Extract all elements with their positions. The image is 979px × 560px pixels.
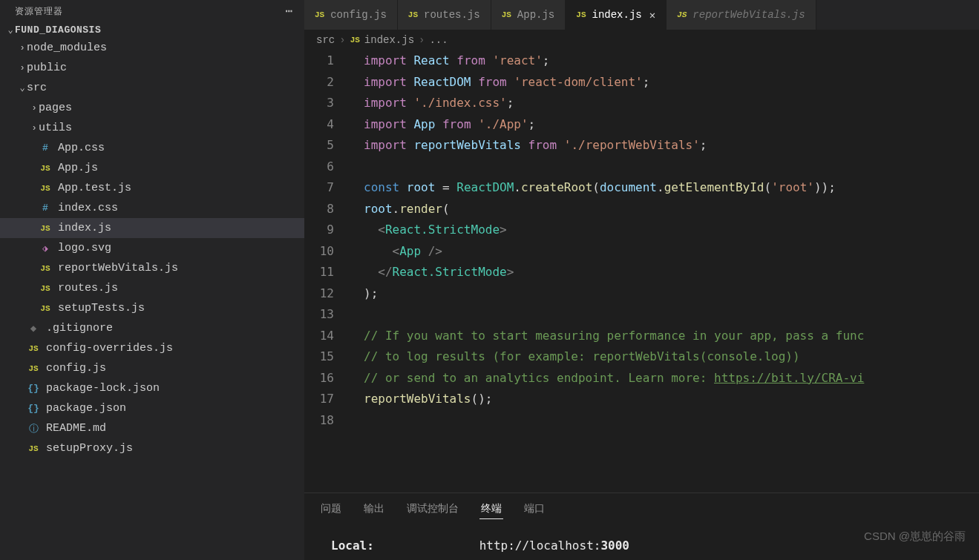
file-name: reportWebVitals.js — [58, 262, 178, 274]
file-name: config.js — [46, 362, 106, 375]
tree-item[interactable]: JSApp.js — [0, 158, 304, 178]
js-icon: JS — [502, 10, 511, 19]
file-name: setupTests.js — [58, 302, 145, 314]
tab-label: reportWebVitals.js — [692, 9, 805, 21]
file-name: pages — [39, 102, 72, 114]
editor-tabs: JSconfig.jsJSroutes.jsJSApp.jsJSindex.js… — [304, 0, 979, 30]
chevron-icon: › — [30, 123, 39, 134]
line-number: 7 — [304, 177, 334, 199]
code-body[interactable]: import React from 'react';import ReactDO… — [349, 50, 979, 493]
project-root[interactable]: ⌄ FUND_DIAGONSIS — [0, 22, 304, 38]
tree-item[interactable]: JSconfig.js — [0, 358, 304, 378]
line-number: 3 — [304, 93, 334, 114]
line-number: 16 — [304, 368, 334, 389]
code-line[interactable]: import App from './App'; — [364, 114, 979, 136]
file-icon: ⬗ — [39, 243, 52, 254]
code-line[interactable]: import './index.css'; — [364, 93, 979, 114]
code-line[interactable]: reportWebVitals(); — [364, 389, 979, 410]
js-icon: JS — [315, 10, 324, 19]
explorer-sidebar: 资源管理器 ⋯ ⌄ FUND_DIAGONSIS ›node_modules›p… — [0, 0, 304, 560]
panel-tab[interactable]: 输出 — [362, 499, 386, 519]
line-number: 12 — [304, 283, 334, 305]
line-number: 15 — [304, 346, 334, 368]
tree-item[interactable]: {}package-lock.json — [0, 378, 304, 398]
code-line[interactable]: import React from 'react'; — [364, 50, 979, 72]
code-line[interactable]: ); — [364, 283, 979, 305]
editor-tab[interactable]: JSroutes.js — [398, 0, 491, 30]
code-line[interactable]: root.render( — [364, 199, 979, 220]
js-icon: JS — [677, 10, 687, 19]
file-tree: ›node_modules›public⌄src›pages›utils#App… — [0, 38, 304, 458]
code-line[interactable]: <React.StrictMode> — [364, 220, 979, 241]
explorer-title: 资源管理器 — [15, 5, 63, 18]
explorer-header: 资源管理器 ⋯ — [0, 0, 304, 22]
tree-item[interactable]: ›node_modules — [0, 38, 304, 58]
line-number: 4 — [304, 114, 334, 136]
file-name: package.json — [46, 402, 126, 415]
tree-item[interactable]: JSsetupTests.js — [0, 298, 304, 318]
tree-item[interactable]: JSindex.js — [0, 218, 304, 238]
panel-tab[interactable]: 调试控制台 — [405, 499, 460, 519]
file-name: public — [27, 62, 67, 74]
code-editor[interactable]: 123456789101112131415161718 import React… — [304, 50, 979, 493]
editor-tab[interactable]: JSApp.js — [491, 0, 566, 30]
tree-item[interactable]: JSconfig-overrides.js — [0, 338, 304, 358]
tree-item[interactable]: {}package.json — [0, 398, 304, 418]
panel-tab[interactable]: 端口 — [523, 499, 546, 519]
code-line[interactable]: import reportWebVitals from './reportWeb… — [364, 135, 979, 157]
line-number: 9 — [304, 220, 334, 241]
code-line[interactable]: const root = ReactDOM.createRoot(documen… — [364, 177, 979, 199]
terminal-panel: 问题输出调试控制台终端端口 Local: http://localhost:30… — [304, 493, 979, 560]
tree-item[interactable]: JSroutes.js — [0, 278, 304, 298]
file-icon: JS — [39, 304, 52, 313]
file-icon: JS — [39, 224, 52, 233]
file-name: src — [27, 82, 47, 94]
code-line[interactable]: import ReactDOM from 'react-dom/client'; — [364, 72, 979, 93]
file-name: App.js — [58, 162, 98, 174]
tree-item[interactable]: #index.css — [0, 198, 304, 218]
editor-tab[interactable]: JSreportWebVitals.js — [667, 0, 816, 30]
tree-item[interactable]: ›pages — [0, 98, 304, 118]
code-line[interactable]: // If you want to start measuring perfor… — [364, 326, 979, 347]
tab-label: config.js — [330, 9, 387, 21]
code-line[interactable]: // or send to an analytics endpoint. Lea… — [364, 368, 979, 389]
code-line[interactable] — [364, 157, 979, 178]
breadcrumb-file: index.js — [364, 34, 414, 46]
tree-item[interactable]: JSreportWebVitals.js — [0, 258, 304, 278]
chevron-down-icon: ⌄ — [6, 24, 15, 36]
panel-tab[interactable]: 终端 — [479, 499, 503, 519]
code-line[interactable] — [364, 410, 979, 432]
tree-item[interactable]: ◆.gitignore — [0, 318, 304, 338]
chevron-icon: › — [18, 43, 27, 53]
breadcrumb-more: ... — [429, 34, 448, 46]
tree-item[interactable]: ⬗logo.svg — [0, 238, 304, 258]
file-icon: # — [39, 142, 52, 154]
tree-item[interactable]: ⌄src — [0, 78, 304, 98]
tree-item[interactable]: #App.css — [0, 138, 304, 158]
editor-tab[interactable]: JSindex.js✕ — [566, 0, 667, 30]
js-icon: JS — [576, 10, 586, 19]
file-icon: JS — [27, 444, 40, 453]
file-icon: ⓘ — [27, 422, 40, 435]
tree-item[interactable]: JSsetupProxy.js — [0, 438, 304, 458]
tree-item[interactable]: JSApp.test.js — [0, 178, 304, 198]
more-icon[interactable]: ⋯ — [285, 4, 292, 19]
file-icon: JS — [27, 364, 40, 373]
file-name: index.js — [58, 222, 111, 234]
breadcrumb[interactable]: src › JS index.js › ... — [304, 30, 979, 50]
main-area: JSconfig.jsJSroutes.jsJSApp.jsJSindex.js… — [304, 0, 979, 560]
tab-label: routes.js — [424, 9, 480, 21]
breadcrumb-root: src — [316, 34, 335, 46]
panel-tab[interactable]: 问题 — [319, 499, 343, 519]
code-line[interactable]: // to log results (for example: reportWe… — [364, 346, 979, 368]
file-icon: ◆ — [27, 322, 40, 335]
tree-item[interactable]: ›utils — [0, 118, 304, 138]
file-name: logo.svg — [58, 242, 111, 254]
tree-item[interactable]: ⓘREADME.md — [0, 418, 304, 438]
code-line[interactable]: <App /> — [364, 241, 979, 263]
code-line[interactable] — [364, 304, 979, 326]
tree-item[interactable]: ›public — [0, 58, 304, 78]
close-icon[interactable]: ✕ — [649, 9, 655, 22]
editor-tab[interactable]: JSconfig.js — [304, 0, 398, 30]
code-line[interactable]: </React.StrictMode> — [364, 262, 979, 283]
